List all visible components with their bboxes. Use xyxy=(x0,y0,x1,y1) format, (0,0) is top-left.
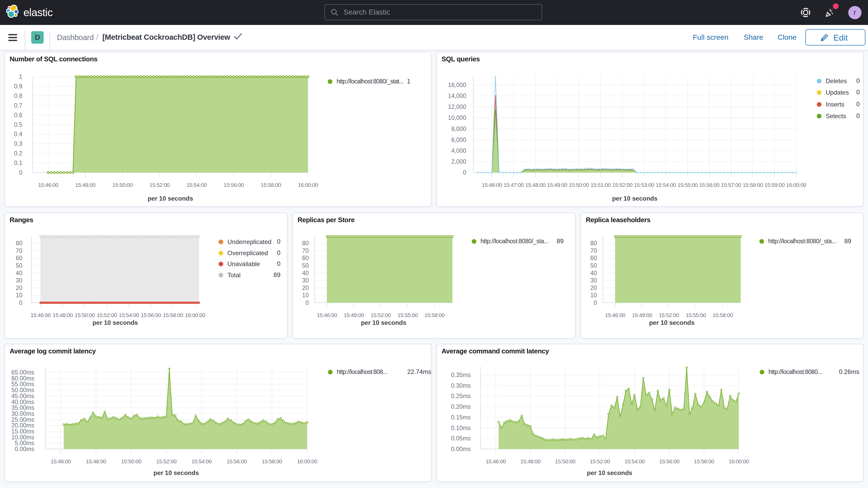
svg-text:65.00ms: 65.00ms xyxy=(11,369,34,376)
svg-text:15:56:00: 15:56:00 xyxy=(699,182,719,188)
svg-text:16,000: 16,000 xyxy=(448,82,466,88)
svg-text:15:50:00: 15:50:00 xyxy=(112,182,132,188)
svg-text:15:55:00: 15:55:00 xyxy=(678,182,698,188)
svg-text:15:50:00: 15:50:00 xyxy=(121,458,142,464)
svg-text:0.10ms: 0.10ms xyxy=(451,425,471,431)
svg-text:50: 50 xyxy=(302,262,309,269)
svg-text:0.20ms: 0.20ms xyxy=(451,403,471,410)
svg-text:15:48:00: 15:48:00 xyxy=(75,182,95,188)
svg-text:15:52:00: 15:52:00 xyxy=(612,182,632,188)
svg-text:8,000: 8,000 xyxy=(451,125,466,132)
svg-text:35.00ms: 35.00ms xyxy=(11,404,34,411)
svg-text:15:52:00: 15:52:00 xyxy=(659,312,679,318)
svg-text:15:58:00: 15:58:00 xyxy=(694,458,714,464)
svg-text:40.00ms: 40.00ms xyxy=(11,399,34,405)
svg-text:70: 70 xyxy=(16,247,22,254)
svg-text:80: 80 xyxy=(302,240,309,247)
svg-text:15:55:00: 15:55:00 xyxy=(686,312,706,318)
svg-text:0: 0 xyxy=(463,169,466,176)
svg-text:15:52:00: 15:52:00 xyxy=(590,458,610,464)
svg-text:0.4: 0.4 xyxy=(14,131,22,138)
svg-text:55.00ms: 55.00ms xyxy=(11,381,34,388)
svg-text:15:48:00: 15:48:00 xyxy=(86,458,106,464)
svg-text:per 10 seconds: per 10 seconds xyxy=(587,469,632,476)
svg-text:15:52:00: 15:52:00 xyxy=(156,458,177,464)
svg-text:60: 60 xyxy=(302,255,309,262)
svg-text:70: 70 xyxy=(302,247,309,254)
svg-text:10: 10 xyxy=(16,292,22,299)
svg-text:15:51:00: 15:51:00 xyxy=(590,182,611,188)
svg-text:15:54:00: 15:54:00 xyxy=(656,182,676,188)
svg-text:0.15ms: 0.15ms xyxy=(451,414,471,421)
svg-text:40: 40 xyxy=(302,270,309,276)
svg-text:10,000: 10,000 xyxy=(448,114,466,121)
svg-text:15:49:00: 15:49:00 xyxy=(632,312,652,318)
svg-text:15:55:00: 15:55:00 xyxy=(398,312,418,318)
svg-text:4,000: 4,000 xyxy=(451,147,466,154)
svg-text:per 10 seconds: per 10 seconds xyxy=(154,469,199,476)
svg-text:10.00ms: 10.00ms xyxy=(11,434,34,441)
svg-text:45.00ms: 45.00ms xyxy=(11,393,34,399)
svg-text:15:46:00: 15:46:00 xyxy=(51,458,71,464)
svg-text:30: 30 xyxy=(590,277,597,284)
svg-text:15:49:00: 15:49:00 xyxy=(547,182,567,188)
svg-text:25.00ms: 25.00ms xyxy=(11,416,34,423)
svg-text:16:00:00: 16:00:00 xyxy=(786,182,806,188)
svg-text:0.35ms: 0.35ms xyxy=(451,372,471,378)
svg-text:15:46:00: 15:46:00 xyxy=(38,182,59,188)
svg-text:16:00:00: 16:00:00 xyxy=(298,182,318,188)
svg-text:1: 1 xyxy=(19,73,22,80)
svg-text:0.30ms: 0.30ms xyxy=(451,382,471,389)
svg-text:15:56:00: 15:56:00 xyxy=(224,182,244,188)
svg-text:15:46:00: 15:46:00 xyxy=(486,458,506,464)
svg-text:20: 20 xyxy=(302,284,309,291)
svg-text:10: 10 xyxy=(302,292,309,299)
svg-text:15:48:00: 15:48:00 xyxy=(53,312,73,318)
svg-text:15.00ms: 15.00ms xyxy=(11,428,34,435)
svg-text:2,000: 2,000 xyxy=(451,158,466,165)
svg-text:10: 10 xyxy=(590,292,597,299)
svg-text:15:49:00: 15:49:00 xyxy=(344,312,364,318)
svg-text:15:58:00: 15:58:00 xyxy=(713,312,733,318)
svg-text:0: 0 xyxy=(19,299,22,306)
svg-text:15:50:00: 15:50:00 xyxy=(569,182,589,188)
svg-text:15:56:00: 15:56:00 xyxy=(227,458,247,464)
svg-text:15:57:00: 15:57:00 xyxy=(721,182,741,188)
svg-text:40: 40 xyxy=(16,270,22,276)
svg-text:50: 50 xyxy=(16,262,22,269)
svg-text:15:58:00: 15:58:00 xyxy=(743,182,763,188)
svg-text:15:56:00: 15:56:00 xyxy=(659,458,680,464)
svg-text:per 10 seconds: per 10 seconds xyxy=(361,319,406,326)
svg-text:15:54:00: 15:54:00 xyxy=(187,182,207,188)
svg-text:0.2: 0.2 xyxy=(14,150,22,157)
svg-text:50: 50 xyxy=(590,262,597,269)
svg-text:15:58:00: 15:58:00 xyxy=(163,312,183,318)
svg-text:15:50:00: 15:50:00 xyxy=(555,458,576,464)
svg-text:0.00ms: 0.00ms xyxy=(15,446,34,452)
svg-text:0.5: 0.5 xyxy=(14,121,22,128)
svg-text:5.00ms: 5.00ms xyxy=(15,440,34,447)
svg-text:15:54:00: 15:54:00 xyxy=(624,458,645,464)
svg-text:15:52:00: 15:52:00 xyxy=(149,182,170,188)
svg-text:0.7: 0.7 xyxy=(14,102,22,109)
svg-text:15:56:00: 15:56:00 xyxy=(141,312,161,318)
svg-text:0.25ms: 0.25ms xyxy=(451,393,471,399)
svg-text:15:58:00: 15:58:00 xyxy=(424,312,445,318)
svg-text:16:00:00: 16:00:00 xyxy=(729,458,749,464)
svg-text:40: 40 xyxy=(590,270,597,276)
svg-text:12,000: 12,000 xyxy=(448,103,466,110)
svg-text:15:58:00: 15:58:00 xyxy=(261,182,281,188)
svg-text:16:00:00: 16:00:00 xyxy=(185,312,205,318)
svg-text:0.05ms: 0.05ms xyxy=(451,435,471,442)
svg-text:15:58:00: 15:58:00 xyxy=(262,458,282,464)
svg-text:60: 60 xyxy=(590,255,597,262)
svg-text:50.00ms: 50.00ms xyxy=(11,387,34,393)
svg-text:15:59:00: 15:59:00 xyxy=(764,182,784,188)
svg-text:30.00ms: 30.00ms xyxy=(11,410,34,417)
svg-text:0.00ms: 0.00ms xyxy=(451,446,471,452)
svg-text:60: 60 xyxy=(16,255,22,262)
svg-text:15:54:00: 15:54:00 xyxy=(119,312,139,318)
svg-text:per 10 seconds: per 10 seconds xyxy=(93,319,138,326)
svg-text:16:00:00: 16:00:00 xyxy=(297,458,317,464)
svg-text:15:46:00: 15:46:00 xyxy=(30,312,51,318)
